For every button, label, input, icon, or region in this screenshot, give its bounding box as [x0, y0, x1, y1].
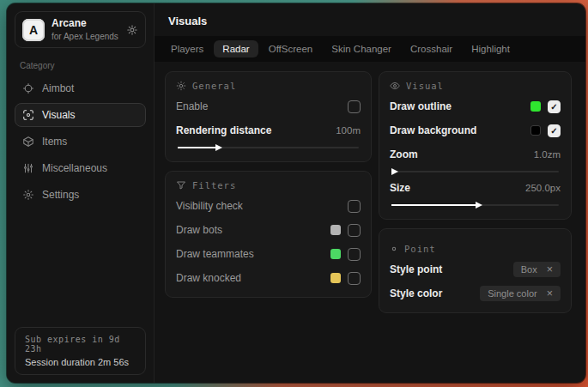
eye-icon — [390, 81, 400, 91]
size-row: Size 250.0px — [390, 179, 561, 197]
rendering-distance-row: Rendering distance 100m — [176, 122, 361, 139]
category-label: Category — [20, 61, 141, 70]
filters-panel-title: Filters — [176, 180, 361, 190]
session-info-box: Sub expires in 9d 23h Session duration 2… — [15, 327, 146, 375]
session-duration-text: Session duration 2m 56s — [25, 357, 136, 367]
enable-row: Enable — [176, 98, 361, 115]
draw-knocked-color-swatch[interactable] — [330, 273, 341, 283]
main-area: Visuals Players Radar OffScreen Skin Cha… — [155, 3, 585, 383]
dot-icon — [390, 245, 398, 253]
draw-background-row: Draw background ✓ — [390, 122, 561, 139]
size-value: 250.0px — [525, 183, 561, 193]
style-point-row: Style point Box × — [390, 261, 561, 278]
app-window: A Arcane for Apex Legends Category Aimbo… — [7, 3, 585, 383]
zoom-row: Zoom 1.0zm — [390, 146, 561, 163]
draw-outline-checkbox[interactable]: ✓ — [548, 100, 561, 113]
sidebar-item-label: Visuals — [42, 109, 75, 121]
visibility-check-label: Visibility check — [176, 200, 243, 212]
rendering-distance-value: 100m — [336, 125, 361, 136]
crosshair-icon — [22, 82, 34, 94]
slider-thumb[interactable] — [476, 202, 482, 209]
draw-teammates-label: Draw teammates — [176, 248, 254, 260]
draw-teammates-checkbox[interactable] — [348, 248, 361, 261]
sidebar-header: A Arcane for Apex Legends — [15, 11, 146, 48]
tab-offscreen[interactable]: OffScreen — [260, 40, 322, 57]
left-column: General Enable Rendering distance 100m — [165, 71, 372, 306]
sidebar: A Arcane for Apex Legends Category Aimbo… — [7, 3, 155, 383]
clear-icon[interactable]: × — [547, 288, 553, 299]
app-logo: A — [22, 19, 45, 41]
gear-icon[interactable] — [126, 24, 138, 36]
app-meta: Arcane for Apex Legends — [52, 18, 118, 41]
filters-panel-title-text: Filters — [192, 180, 236, 190]
style-color-select[interactable]: Single color × — [480, 286, 561, 302]
style-point-label: Style point — [390, 263, 442, 275]
tab-radar[interactable]: Radar — [214, 40, 258, 57]
sidebar-item-label: Settings — [42, 189, 79, 201]
check-icon: ✓ — [550, 102, 557, 112]
style-point-selected-value: Box — [521, 264, 537, 275]
sidebar-item-settings[interactable]: Settings — [15, 183, 146, 207]
draw-knocked-checkbox[interactable] — [348, 272, 361, 285]
tab-skin-changer[interactable]: Skin Changer — [323, 40, 400, 57]
size-label: Size — [390, 182, 410, 194]
zoom-value: 1.0zm — [534, 149, 561, 160]
tab-crosshair[interactable]: Crosshair — [402, 40, 461, 57]
main-header: Visuals — [155, 3, 585, 36]
enable-checkbox[interactable] — [348, 100, 361, 113]
right-column: Visual Draw outline ✓ Draw background — [379, 71, 572, 322]
filters-panel: Filters Visibility check Draw bots — [165, 171, 372, 298]
clear-icon[interactable]: × — [547, 264, 553, 275]
box-icon — [22, 136, 34, 148]
visibility-check-row: Visibility check — [176, 197, 361, 215]
enable-label: Enable — [176, 100, 208, 112]
draw-knocked-row: Draw knocked — [176, 269, 361, 287]
sidebar-item-items[interactable]: Items — [15, 130, 146, 154]
zoom-slider[interactable] — [391, 171, 559, 172]
tab-highlight[interactable]: Highlight — [463, 40, 518, 57]
style-color-row: Style color Single color × — [390, 285, 561, 302]
slider-fill — [178, 147, 215, 148]
tab-players[interactable]: Players — [162, 40, 212, 57]
draw-bots-row: Draw bots — [176, 221, 361, 239]
app-name: Arcane — [52, 18, 118, 30]
draw-background-label: Draw background — [390, 124, 476, 136]
gear-icon — [22, 189, 34, 201]
style-color-selected-value: Single color — [488, 288, 536, 299]
content: General Enable Rendering distance 100m — [155, 62, 585, 331]
sidebar-item-label: Aimbot — [42, 82, 74, 94]
draw-bots-checkbox[interactable] — [348, 224, 361, 237]
draw-background-checkbox[interactable]: ✓ — [548, 124, 561, 137]
sidebar-item-miscellaneous[interactable]: Miscellaneous — [15, 156, 146, 180]
check-icon: ✓ — [550, 126, 557, 136]
rendering-distance-label: Rendering distance — [176, 124, 271, 136]
slider-thumb[interactable] — [391, 168, 398, 175]
draw-outline-color-swatch[interactable] — [530, 101, 541, 112]
style-point-select[interactable]: Box × — [513, 262, 561, 278]
size-slider[interactable] — [391, 204, 559, 206]
draw-teammates-color-swatch[interactable] — [330, 249, 341, 259]
sidebar-item-aimbot[interactable]: Aimbot — [15, 76, 146, 100]
draw-bots-label: Draw bots — [176, 224, 222, 236]
general-panel-title-text: General — [192, 81, 236, 91]
sidebar-item-label: Items — [42, 136, 67, 148]
draw-bots-color-swatch[interactable] — [330, 225, 341, 235]
zoom-label: Zoom — [390, 148, 418, 160]
draw-outline-label: Draw outline — [390, 100, 452, 112]
general-panel: General Enable Rendering distance 100m — [165, 71, 372, 162]
visual-panel-title-text: Visual — [406, 81, 444, 91]
rendering-distance-slider[interactable] — [178, 147, 359, 148]
style-color-label: Style color — [390, 287, 442, 299]
sidebar-item-visuals[interactable]: Visuals — [15, 103, 146, 127]
slider-thumb[interactable] — [215, 144, 222, 151]
gear-sun-icon — [176, 81, 186, 91]
draw-knocked-label: Draw knocked — [176, 272, 241, 284]
visibility-check-checkbox[interactable] — [348, 200, 361, 213]
point-panel-title: Point — [390, 244, 561, 254]
visual-panel: Visual Draw outline ✓ Draw background — [379, 71, 572, 220]
sliders-icon — [22, 162, 34, 174]
app-subtitle: for Apex Legends — [52, 32, 118, 42]
slider-fill — [391, 204, 476, 206]
point-panel-title-text: Point — [404, 244, 436, 254]
draw-background-color-swatch[interactable] — [530, 125, 541, 136]
